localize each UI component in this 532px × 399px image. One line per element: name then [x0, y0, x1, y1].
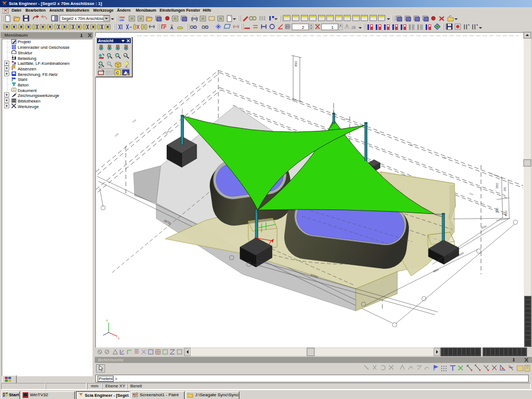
svg-text:Zeichnungswerkzeuge: Zeichnungswerkzeuge — [18, 93, 59, 98]
svg-text:Absenzen: Absenzen — [18, 66, 36, 71]
svg-text:,18: ,18 — [350, 25, 356, 29]
svg-text:2: 2 — [302, 25, 304, 30]
svg-text:Bibliotheken: Bibliotheken — [18, 99, 40, 104]
svg-text:Segel2 x 70m Anschlüsse: Segel2 x 70m Anschlüsse — [62, 17, 106, 21]
svg-text:Lastfälle, LF-Kombinationen: Lastfälle, LF-Kombinationen — [18, 61, 69, 66]
svg-text:Linienraster und Geschosse: Linienraster und Geschosse — [18, 45, 69, 50]
svg-text:1: 1 — [331, 25, 334, 30]
svg-text:Belastung: Belastung — [18, 56, 36, 61]
svg-text:Berechnung, FE-Netz: Berechnung, FE-Netz — [18, 72, 58, 77]
svg-text:Beton: Beton — [18, 83, 29, 88]
svg-text:C: C — [116, 70, 119, 75]
svg-text:+: + — [108, 56, 109, 59]
svg-text:Projekt: Projekt — [18, 39, 31, 44]
svg-text:Stahl: Stahl — [18, 77, 27, 82]
svg-text:Struktur: Struktur — [18, 50, 33, 55]
svg-text:Dokument: Dokument — [18, 88, 37, 93]
svg-text:cm: cm — [120, 18, 124, 22]
svg-text:Werkzeuge: Werkzeuge — [18, 104, 39, 109]
